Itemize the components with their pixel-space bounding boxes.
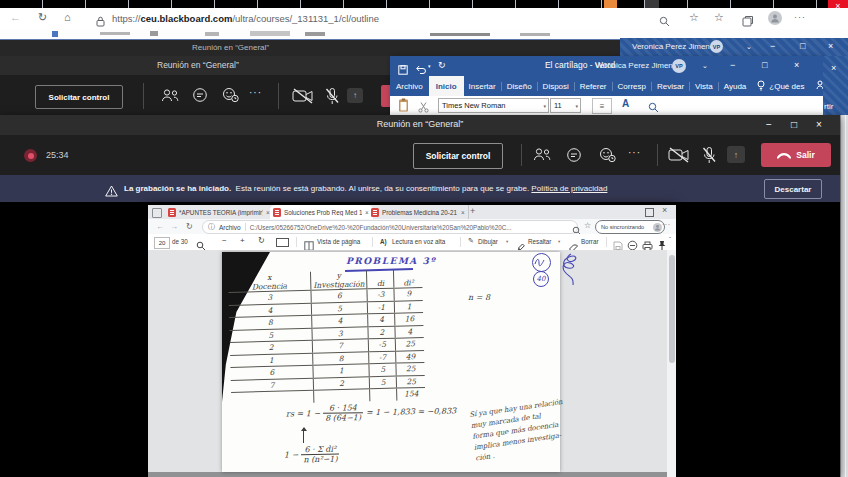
close-icon[interactable]: × (794, 61, 799, 70)
sync-status-badge[interactable]: No sincronizando (595, 220, 665, 234)
tab-referencias[interactable]: Referer (575, 82, 613, 91)
more-icon[interactable]: ··· (662, 221, 671, 228)
privacy-policy-link[interactable]: Política de privacidad (531, 184, 607, 193)
address-url[interactable]: https://ceu.blackboard.com/ultra/courses… (112, 13, 379, 24)
minimize-icon[interactable]: − (766, 120, 772, 130)
address-divider (245, 223, 246, 231)
tab-actions-icon[interactable] (152, 208, 162, 218)
minimize-icon[interactable]: − (730, 61, 735, 70)
profile-avatar[interactable] (768, 11, 782, 25)
tab-insertar[interactable]: Insertar (464, 82, 502, 91)
maximize-icon[interactable]: □ (800, 42, 805, 51)
more-options-icon[interactable]: ··· (628, 147, 641, 158)
chevron-down-icon: ▾ (575, 103, 580, 109)
formula-fraction: 6 · 1548 (64−1) (323, 403, 363, 423)
refresh-icon[interactable]: ↻ (38, 11, 47, 24)
close-icon[interactable]: × (831, 64, 836, 73)
font-size-select[interactable]: 11 ▾ (550, 98, 581, 113)
tab-vista[interactable]: Vista (690, 82, 719, 91)
forward-icon[interactable]: → (170, 222, 178, 231)
request-control-button[interactable]: Solicitar control (413, 143, 503, 169)
read-aloud-label[interactable]: Lectura en voz alta (392, 238, 445, 245)
restore-icon[interactable] (645, 208, 654, 217)
dismiss-button[interactable]: Descartar (764, 179, 822, 199)
styles-icon[interactable]: A (622, 98, 629, 109)
pdf-tab-3[interactable]: Problemas Medicina 20-21 (1).pd × (369, 205, 469, 219)
maximize-icon[interactable]: □ (762, 61, 767, 70)
minimize-icon[interactable]: − (770, 42, 775, 51)
toolbar-divider (521, 144, 522, 166)
tell-me-box[interactable]: ¿Qué des (765, 82, 808, 91)
chevron-down-icon[interactable]: ▾ (506, 239, 508, 244)
leave-button-fragment[interactable] (381, 85, 390, 107)
chat-icon[interactable] (192, 87, 208, 107)
pdf-tab-2-active[interactable]: Soluciones Prob Reg Med 17-18 × (270, 205, 373, 219)
scrollbar-track[interactable] (667, 250, 676, 477)
tab-inicio-active[interactable]: Inicio (429, 76, 464, 96)
fit-page-icon[interactable] (276, 238, 289, 247)
zoom-in-icon[interactable]: + (240, 236, 245, 245)
tab-archivo[interactable]: Archivo (390, 82, 429, 91)
info-icon[interactable]: ⓘ (208, 222, 215, 232)
tab-close-icon[interactable]: × (461, 209, 465, 216)
erase-label[interactable]: Borrar (581, 238, 599, 245)
back-icon[interactable]: ← (156, 222, 164, 231)
undo-dropdown-icon[interactable]: ▾ (428, 63, 431, 69)
reactions-icon[interactable] (222, 87, 239, 107)
font-name-value: Times New Roman (442, 101, 506, 110)
mic-off-icon[interactable] (701, 146, 717, 168)
rotate-icon[interactable]: ↻ (258, 236, 265, 245)
home-icon[interactable]: ⌂ (64, 11, 71, 23)
close-icon[interactable]: × (828, 42, 833, 51)
pen-icon[interactable]: ✎ (468, 237, 474, 245)
new-tab-icon[interactable]: + (470, 206, 475, 216)
paste-clipboard-icon[interactable] (398, 98, 409, 116)
collapse-toolbar-icon[interactable]: ˆ (669, 236, 671, 242)
teams-bg-window-title: Reunión en “General” (192, 43, 269, 52)
page-view-label[interactable]: Vista de página (317, 238, 360, 245)
scrollbar-thumb[interactable] (669, 255, 675, 363)
share-screen-icon[interactable]: ↑ (347, 88, 363, 103)
participants-icon[interactable] (532, 147, 552, 166)
favorites-icon[interactable]: ☆ (689, 11, 699, 24)
tab-correspondencia[interactable]: Corresp (613, 82, 652, 91)
banner-body: Esta reunión se está grabando. Al unirse… (236, 184, 530, 193)
mic-off-icon[interactable] (324, 87, 340, 109)
pdf-tab-1[interactable]: *APUNTES TEORIA (imprimir).pdf × (166, 205, 274, 219)
tab-disposicion[interactable]: Disposi (538, 82, 575, 91)
more-icon[interactable]: ··· (794, 12, 806, 22)
font-name-select[interactable]: Times New Roman ▾ (438, 98, 549, 113)
close-icon[interactable]: × (816, 120, 822, 130)
redo-icon[interactable]: ↻ (438, 60, 446, 70)
page-number-input[interactable]: 20 (154, 237, 170, 249)
participants-icon[interactable] (160, 88, 180, 107)
fragment (205, 32, 219, 36)
tab-diseno[interactable]: Diseño (502, 82, 538, 91)
highlight-label[interactable]: Resaltar (528, 238, 551, 245)
close-icon[interactable]: × (662, 205, 667, 215)
draw-label[interactable]: Dibujar (478, 238, 498, 245)
tab-revisar[interactable]: Revisar (652, 82, 690, 91)
ribbon-options-icon[interactable]: ⌄ (746, 43, 752, 50)
leave-button[interactable]: Salir (761, 143, 831, 167)
address-pill[interactable]: ⓘ Archivo C:/Users/05266752/OneDrive%20-… (202, 220, 578, 234)
favorites-bar-icon[interactable]: ☆ (714, 11, 724, 24)
camera-off-icon[interactable] (292, 88, 314, 108)
refresh-icon[interactable]: ↻ (186, 222, 193, 231)
word-user-avatar[interactable]: VP (672, 59, 686, 73)
tab-fragment-dark (645, 0, 659, 8)
tab-ayuda[interactable]: Ayuda (719, 82, 752, 91)
maximize-icon[interactable]: □ (791, 120, 797, 130)
paragraph-icon[interactable]: ≡ (592, 98, 612, 114)
chevron-down-icon[interactable]: ▾ (558, 239, 560, 244)
request-control-button[interactable]: Solicitar control (35, 85, 123, 109)
reactions-icon[interactable] (599, 147, 616, 167)
favorites-icon[interactable]: ☆ (584, 221, 591, 230)
back-icon[interactable]: ← (10, 11, 21, 23)
share-screen-icon[interactable]: ↑ (727, 146, 745, 163)
ribbon-display-icon[interactable]: ⌄ (702, 62, 708, 69)
chat-icon[interactable] (566, 147, 582, 167)
camera-off-icon[interactable] (668, 147, 690, 167)
more-options-icon[interactable]: ··· (249, 87, 262, 98)
zoom-out-icon[interactable]: − (222, 236, 227, 245)
